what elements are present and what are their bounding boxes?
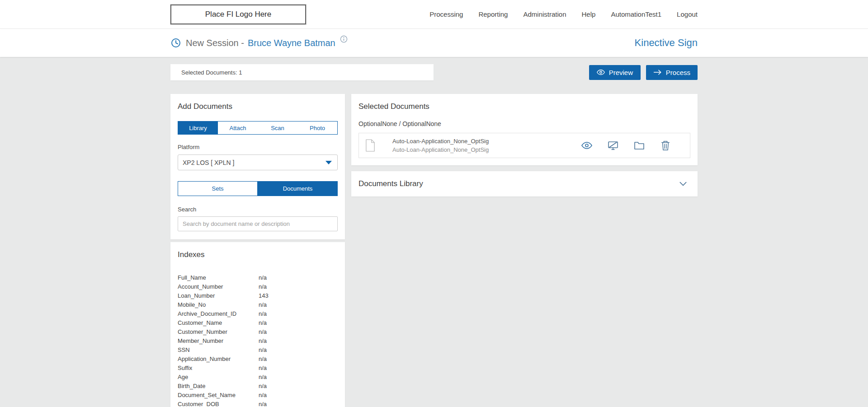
session-title: New Session -	[186, 38, 244, 48]
monitor-slash-icon	[608, 140, 618, 151]
app-name: Kinective Sign	[635, 37, 698, 49]
arrow-right-icon	[653, 69, 662, 76]
trash-icon	[660, 140, 670, 151]
selected-document-row[interactable]: Auto-Loan-Application_None_OptSig Auto-L…	[359, 133, 690, 158]
delete-document-button[interactable]	[660, 140, 671, 151]
document-group-label: OptionalNone / OptionalNone	[359, 120, 690, 127]
preview-button-label: Preview	[609, 69, 633, 76]
session-header-bar: New Session - Bruce Wayne Batman Kinecti…	[0, 29, 868, 57]
platform-select[interactable]: XP2 LOS [ XPLN ]	[178, 154, 338, 170]
search-input[interactable]	[178, 216, 338, 231]
index-value: n/a	[259, 283, 267, 290]
indexes-list: Full_Name n/a Account_Number n/a Loan_Nu…	[178, 273, 338, 407]
sets-documents-toggle: Sets Documents	[178, 181, 338, 196]
index-value: n/a	[259, 401, 267, 407]
index-value: n/a	[259, 274, 267, 281]
index-label: Suffix	[178, 365, 259, 371]
tab-library[interactable]: Library	[178, 122, 218, 134]
index-label: Document_Set_Name	[178, 392, 259, 398]
main-content: Selected Documents: 1 Preview Process	[170, 57, 698, 407]
index-row: Suffix n/a	[178, 363, 338, 372]
remote-display-button[interactable]	[608, 140, 618, 151]
index-row: Loan_Number 143	[178, 291, 338, 300]
view-document-button[interactable]	[581, 140, 592, 151]
index-value: n/a	[259, 346, 267, 353]
add-documents-tabbar: Library Attach Scan Photo	[178, 121, 338, 135]
chevron-down-icon[interactable]	[679, 179, 688, 188]
selection-action-row: Selected Documents: 1 Preview Process	[170, 64, 698, 80]
nav-item-user-automationtest1[interactable]: AutomationTest1	[611, 10, 661, 18]
document-description: Auto-Loan-Application_None_OptSig	[392, 146, 489, 153]
index-row: Archive_Document_ID n/a	[178, 309, 338, 318]
platform-label: Platform	[178, 144, 338, 150]
search-label: Search	[178, 206, 338, 213]
toggle-documents[interactable]: Documents	[258, 181, 338, 196]
selected-documents-card: Selected Documents OptionalNone / Option…	[351, 94, 698, 165]
index-label: Customer_DOB	[178, 401, 259, 407]
index-row: SSN n/a	[178, 345, 338, 354]
index-row: Full_Name n/a	[178, 273, 338, 282]
index-label: Loan_Number	[178, 292, 259, 299]
info-icon[interactable]	[340, 35, 348, 43]
document-icon	[365, 139, 375, 152]
index-row: Customer_Name n/a	[178, 318, 338, 327]
nav-item-reporting[interactable]: Reporting	[478, 10, 508, 18]
index-value: n/a	[259, 328, 267, 335]
toggle-sets[interactable]: Sets	[178, 181, 258, 196]
index-value: n/a	[259, 374, 267, 380]
index-value: n/a	[259, 356, 267, 362]
index-label: SSN	[178, 346, 259, 353]
indexes-title: Indexes	[178, 250, 338, 259]
index-label: Application_Number	[178, 356, 259, 362]
index-row: Account_Number n/a	[178, 282, 338, 291]
index-label: Full_Name	[178, 274, 259, 281]
index-row: Customer_DOB n/a	[178, 399, 338, 407]
index-label: Birth_Date	[178, 383, 259, 389]
index-label: Archive_Document_ID	[178, 310, 259, 317]
index-row: Document_Set_Name n/a	[178, 390, 338, 399]
index-label: Account_Number	[178, 283, 259, 290]
fi-logo-placeholder: Place FI Logo Here	[170, 5, 306, 24]
index-value: n/a	[259, 383, 267, 389]
index-label: Customer_Number	[178, 328, 259, 335]
folder-icon	[634, 140, 645, 151]
index-row: Application_Number n/a	[178, 354, 338, 363]
tab-photo[interactable]: Photo	[297, 122, 337, 134]
index-value: n/a	[259, 337, 267, 344]
documents-library-card[interactable]: Documents Library	[351, 171, 698, 196]
tab-scan[interactable]: Scan	[258, 122, 297, 134]
index-row: Birth_Date n/a	[178, 381, 338, 390]
top-nav-links: Processing Reporting Administration Help…	[429, 10, 698, 18]
nav-item-logout[interactable]: Logout	[677, 10, 698, 18]
document-actions	[581, 140, 671, 151]
platform-select-value: XP2 LOS [ XPLN ]	[183, 159, 234, 166]
index-value: 143	[259, 292, 269, 299]
nav-item-processing[interactable]: Processing	[429, 10, 463, 18]
preview-button[interactable]: Preview	[589, 65, 641, 80]
index-row: Age n/a	[178, 372, 338, 381]
process-button[interactable]: Process	[646, 65, 698, 80]
selected-documents-count-bar: Selected Documents: 1	[170, 64, 434, 80]
customer-name-link[interactable]: Bruce Wayne Batman	[248, 38, 335, 48]
indexes-card: Indexes Full_Name n/a Account_Number n/a…	[170, 242, 345, 407]
nav-item-administration[interactable]: Administration	[523, 10, 566, 18]
documents-library-title: Documents Library	[359, 179, 423, 188]
session-clock-icon	[170, 37, 181, 48]
nav-item-help[interactable]: Help	[582, 10, 596, 18]
add-documents-title: Add Documents	[178, 102, 338, 111]
index-value: n/a	[259, 365, 267, 371]
top-navigation-bar: Place FI Logo Here Processing Reporting …	[0, 0, 868, 29]
move-to-folder-button[interactable]	[634, 140, 645, 151]
left-column: Add Documents Library Attach Scan Photo …	[170, 94, 345, 407]
index-value: n/a	[259, 301, 267, 308]
document-name: Auto-Loan-Application_None_OptSig	[392, 138, 489, 145]
fi-logo-placeholder-text: Place FI Logo Here	[205, 10, 271, 19]
index-value: n/a	[259, 310, 267, 317]
index-row: Customer_Number n/a	[178, 327, 338, 336]
eye-icon	[597, 68, 605, 76]
selected-documents-title: Selected Documents	[359, 102, 690, 111]
tab-attach[interactable]: Attach	[218, 122, 258, 134]
selected-documents-count-label: Selected Documents: 1	[181, 69, 242, 76]
index-value: n/a	[259, 319, 267, 326]
add-documents-card: Add Documents Library Attach Scan Photo …	[170, 94, 345, 239]
